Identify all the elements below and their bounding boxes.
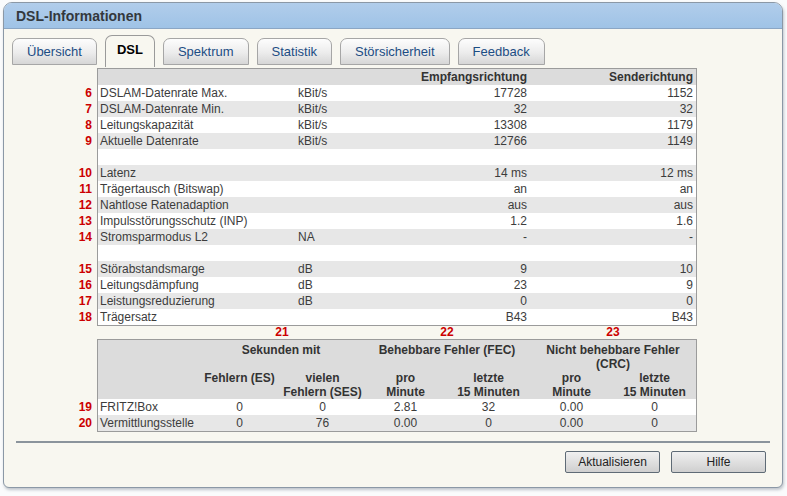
col-header-rx: Empfangsrichtung: [368, 69, 530, 85]
tab-spektrum[interactable]: Spektrum: [163, 38, 249, 65]
cell: Nahtlose Ratenadaption: [98, 197, 298, 213]
cell: 1.6: [530, 213, 696, 229]
title-bar: DSL-Informationen: [4, 3, 782, 29]
tab-statistik[interactable]: Statistik: [257, 38, 333, 65]
row-number-label: 8: [52, 117, 92, 133]
row-number-label: 11: [52, 181, 92, 197]
cell: NA: [298, 229, 368, 245]
cell: 17728: [368, 85, 530, 101]
cell: 0.00: [530, 399, 613, 415]
cell: Leitungsdämpfung: [98, 277, 298, 293]
tab-bar: ÜbersichtDSLSpektrumStatistikStörsicherh…: [4, 29, 782, 65]
row-number-label: 12: [52, 197, 92, 213]
table-row: 12Nahtlose Ratenadaptionausaus: [98, 197, 696, 213]
cell: 0: [198, 399, 281, 415]
error-table-group-header: Sekunden mitBehebbare Fehler (FEC)Nicht …: [98, 340, 696, 371]
cell: 23: [368, 277, 530, 293]
footer-divider: [16, 441, 770, 443]
cell: kBit/s: [298, 117, 368, 133]
cell: dB: [298, 293, 368, 309]
cell: 0: [613, 399, 696, 415]
cell: an: [368, 181, 530, 197]
table-row: 8LeitungskapazitätkBit/s133081179: [98, 117, 696, 133]
help-button[interactable]: Hilfe: [671, 451, 766, 473]
cell: Trägersatz: [98, 309, 298, 325]
group-header: Sekunden mit: [198, 343, 364, 371]
cell: aus: [530, 197, 696, 213]
tab-dsl[interactable]: DSL: [105, 35, 155, 67]
table-row: 15StörabstandsmargedB910: [98, 261, 696, 277]
cell: [298, 197, 368, 213]
table-row: 14Stromsparmodus L2NA--: [98, 229, 696, 245]
group-header: Behebbare Fehler (FEC): [364, 343, 530, 371]
cell: Leistungsreduzierung: [98, 293, 298, 309]
cell: 12766: [368, 133, 530, 149]
error-table-row: 20Vermittlungsstelle0760.0000.000: [98, 415, 696, 431]
table-row: 9Aktuelle DatenratekBit/s127661149: [98, 133, 696, 149]
row-number-label: 13: [52, 213, 92, 229]
cell: Trägertausch (Bitswap): [98, 181, 298, 197]
spacer-row: [98, 245, 696, 261]
cell: 10: [530, 261, 696, 277]
cell: DSLAM-Datenrate Min.: [98, 101, 298, 117]
row-number-label: 17: [52, 293, 92, 309]
cell: 0: [530, 293, 696, 309]
cell: 0: [368, 293, 530, 309]
row-number-label: 9: [52, 133, 92, 149]
cell: B43: [530, 309, 696, 325]
cell: [298, 181, 368, 197]
row-label: Vermittlungsstelle: [98, 415, 198, 431]
refresh-button[interactable]: Aktualisieren: [565, 451, 660, 473]
cell: an: [530, 181, 696, 197]
row-number-label: 15: [52, 261, 92, 277]
button-row: Aktualisieren Hilfe: [4, 451, 766, 473]
cell: Störabstandsmarge: [98, 261, 298, 277]
error-table-row: 19FRITZ!Box002.81320.000: [98, 399, 696, 415]
tab-feedback[interactable]: Feedback: [458, 38, 545, 65]
sub-header: letzte 15 Minuten: [447, 371, 530, 399]
cell: -: [368, 229, 530, 245]
table-row: 7DSLAM-Datenrate Min.kBit/s3232: [98, 101, 696, 117]
cell: 9: [530, 277, 696, 293]
table-row: 10Latenz14 ms12 ms: [98, 165, 696, 181]
cell: Stromsparmodus L2: [98, 229, 298, 245]
row-number-label: 6: [52, 85, 92, 101]
column-number-label: 21: [275, 326, 288, 339]
row-number-label: 7: [52, 101, 92, 117]
cell: dB: [298, 277, 368, 293]
cell: 32: [447, 399, 530, 415]
cell: 0.00: [364, 415, 447, 431]
cell: kBit/s: [298, 101, 368, 117]
dsl-info-window: DSL-Informationen ÜbersichtDSLSpektrumSt…: [3, 2, 783, 488]
sub-header: vielen Fehlern (SES): [281, 371, 364, 399]
cell: 1.2: [368, 213, 530, 229]
table-row: 6DSLAM-Datenrate Max.kBit/s177281152: [98, 85, 696, 101]
table-row: 17LeistungsreduzierungdB00: [98, 293, 696, 309]
cell: 76: [281, 415, 364, 431]
row-number-label: 10: [52, 165, 92, 181]
cell: DSLAM-Datenrate Max.: [98, 85, 298, 101]
cell: Latenz: [98, 165, 298, 181]
table-header-row: EmpfangsrichtungSenderichtung: [98, 69, 696, 85]
cell: 1149: [530, 133, 696, 149]
table-row: 13Impulsstörungsschutz (INP)1.21.6: [98, 213, 696, 229]
tab-übersicht[interactable]: Übersicht: [12, 38, 97, 65]
cell: 9: [368, 261, 530, 277]
cell: B43: [368, 309, 530, 325]
tab-störsicherheit[interactable]: Störsicherheit: [340, 38, 449, 65]
page-title: DSL-Informationen: [16, 8, 142, 24]
spacer-row: [98, 149, 696, 165]
error-table-sub-header: Fehlern (ES) vielen Fehlern (SES)pro Min…: [98, 371, 696, 399]
cell: aus: [368, 197, 530, 213]
cell: 1179: [530, 117, 696, 133]
cell: 2.81: [364, 399, 447, 415]
cell: 32: [368, 101, 530, 117]
cell: 0: [198, 415, 281, 431]
row-number-label: 20: [52, 415, 92, 431]
col-header-tx: Senderichtung: [530, 69, 696, 85]
cell: 0.00: [530, 415, 613, 431]
sub-header: pro Minute: [530, 371, 613, 399]
cell: Impulsstörungsschutz (INP): [98, 213, 298, 229]
sub-header: Fehlern (ES): [198, 371, 281, 399]
dsl-parameters-table: EmpfangsrichtungSenderichtung6DSLAM-Date…: [97, 68, 697, 326]
